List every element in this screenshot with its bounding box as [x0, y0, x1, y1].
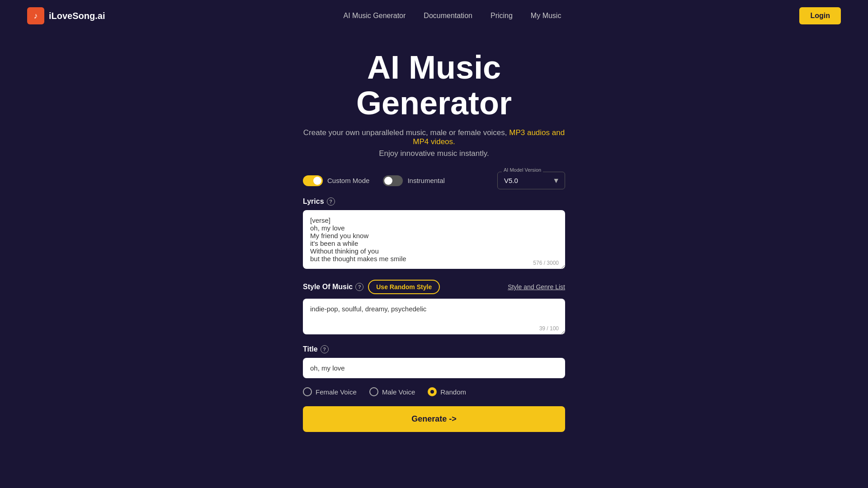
- logo[interactable]: ♪ iLoveSong.ai: [27, 7, 105, 24]
- title-section: Title ?: [303, 345, 565, 378]
- instrumental-toggle[interactable]: [383, 175, 403, 186]
- controls-row: Custom Mode Instrumental AI Model Versio…: [303, 172, 565, 189]
- female-voice-radio: [303, 387, 312, 396]
- style-char-count: 39 / 100: [539, 325, 559, 332]
- login-button[interactable]: Login: [799, 7, 841, 24]
- custom-mode-toggle-group: Custom Mode: [303, 175, 369, 186]
- main-content: AI Music Generator Create your own unpar…: [294, 32, 574, 450]
- hero-title: AI Music Generator: [303, 50, 565, 121]
- style-textarea[interactable]: indie-pop, soulful, dreamy, psychedelic: [303, 299, 565, 334]
- lyrics-field-wrapper: [verse] oh, my love My friend you know i…: [303, 210, 565, 271]
- showcase-section: AI Music Generator Showcase: [0, 486, 868, 488]
- hero-subtitle: Create your own unparalleled music, male…: [303, 128, 565, 146]
- nav-links: AI Music Generator Documentation Pricing…: [344, 12, 561, 20]
- logo-icon: ♪: [27, 7, 44, 24]
- style-help-icon[interactable]: ?: [355, 283, 363, 291]
- title-input[interactable]: [303, 358, 565, 378]
- logo-text: iLoveSong.ai: [49, 11, 105, 21]
- custom-mode-label: Custom Mode: [327, 177, 369, 184]
- voice-selection: Female Voice Male Voice Random: [303, 387, 565, 396]
- title-help-icon[interactable]: ?: [321, 345, 329, 353]
- model-version-label: AI Model Version: [502, 167, 543, 173]
- lyrics-textarea[interactable]: [verse] oh, my love My friend you know i…: [303, 210, 565, 269]
- female-voice-option[interactable]: Female Voice: [303, 387, 357, 396]
- nav-documentation[interactable]: Documentation: [424, 12, 472, 20]
- female-voice-label: Female Voice: [316, 388, 357, 396]
- style-of-music-section: Style Of Music ? Use Random Style Style …: [303, 280, 565, 336]
- style-label: Style Of Music ?: [303, 283, 363, 291]
- lyrics-label: Lyrics ?: [303, 197, 565, 206]
- random-voice-radio: [428, 387, 437, 396]
- hero-subtitle-plain: Create your own unparalleled music, male…: [303, 128, 507, 137]
- toggles-left: Custom Mode Instrumental: [303, 175, 445, 186]
- model-version-select[interactable]: V5.0 V4.0 V3.0: [497, 172, 565, 189]
- lyrics-help-icon[interactable]: ?: [327, 197, 335, 206]
- showcase-title: AI Music Generator Showcase: [0, 486, 868, 488]
- model-version-wrapper: AI Model Version V5.0 V4.0 V3.0 ▼: [497, 172, 565, 189]
- navbar: ♪ iLoveSong.ai AI Music Generator Docume…: [0, 0, 868, 32]
- title-label: Title ?: [303, 345, 565, 353]
- male-voice-option[interactable]: Male Voice: [369, 387, 415, 396]
- male-voice-radio: [369, 387, 378, 396]
- hero-subtitle2: Enjoy innovative music instantly.: [303, 149, 565, 158]
- generate-button[interactable]: Generate ->: [303, 406, 565, 432]
- random-voice-option[interactable]: Random: [428, 387, 466, 396]
- use-random-style-button[interactable]: Use Random Style: [368, 280, 440, 294]
- nav-ai-music[interactable]: AI Music Generator: [344, 12, 406, 20]
- random-voice-label: Random: [440, 388, 466, 396]
- lyrics-char-count: 576 / 3000: [533, 260, 559, 266]
- nav-pricing[interactable]: Pricing: [491, 12, 513, 20]
- custom-mode-toggle[interactable]: [303, 175, 323, 186]
- style-field-wrapper: indie-pop, soulful, dreamy, psychedelic …: [303, 299, 565, 336]
- lyrics-section: Lyrics ? [verse] oh, my love My friend y…: [303, 197, 565, 271]
- instrumental-label: Instrumental: [407, 177, 445, 184]
- male-voice-label: Male Voice: [382, 388, 415, 396]
- title-field-wrapper: [303, 358, 565, 378]
- style-label-left: Style Of Music ? Use Random Style: [303, 280, 440, 294]
- style-label-row: Style Of Music ? Use Random Style Style …: [303, 280, 565, 294]
- nav-my-music[interactable]: My Music: [531, 12, 561, 20]
- instrumental-toggle-group: Instrumental: [383, 175, 445, 186]
- style-genre-list-link[interactable]: Style and Genre List: [508, 283, 565, 291]
